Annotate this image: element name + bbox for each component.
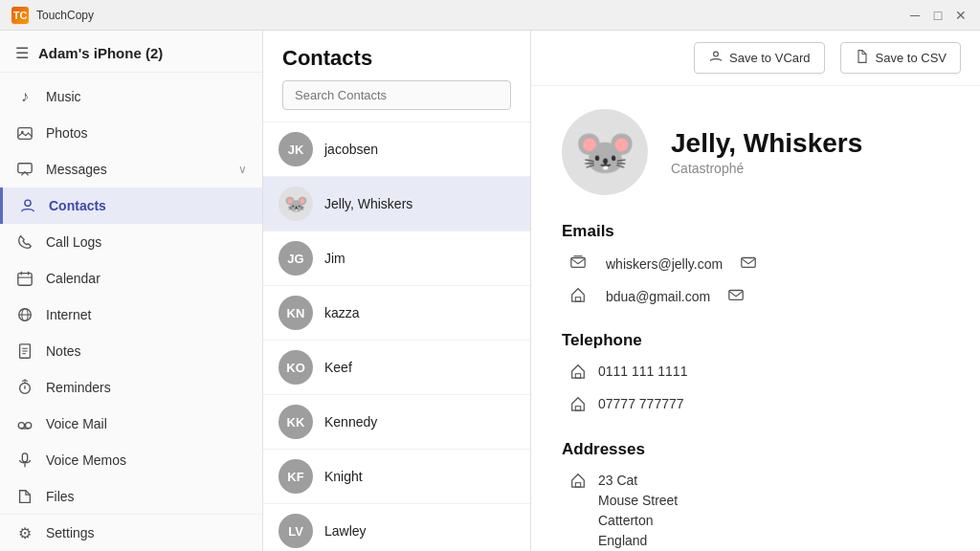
contact-hero: 🐭 Jelly, Whiskers Catastrophé — [562, 109, 949, 195]
svg-rect-0 — [18, 128, 32, 140]
list-item[interactable]: KO Keef — [263, 341, 530, 395]
close-button[interactable]: ✕ — [953, 8, 969, 23]
svg-point-3 — [25, 200, 31, 206]
mic-icon — [15, 451, 34, 470]
svg-rect-31 — [575, 483, 580, 488]
phone-row: 0111 111 1111 — [562, 362, 949, 385]
contact-name: kazza — [324, 305, 360, 320]
detail-content: 🐭 Jelly, Whiskers Catastrophé Emails whi… — [531, 86, 980, 551]
sidebar-item-internet[interactable]: Internet — [0, 297, 262, 333]
sidebar-item-label: Voice Memos — [46, 452, 247, 468]
avatar: KK — [278, 405, 313, 439]
list-item[interactable]: 🐭 Jelly, Whiskers — [263, 177, 530, 231]
addresses-title: Addresses — [562, 440, 949, 459]
svg-rect-30 — [575, 407, 580, 411]
save-csv-button[interactable]: Save to CSV — [840, 42, 961, 74]
sidebar-item-settings[interactable]: ⚙ Settings — [0, 514, 262, 551]
sidebar-nav: ♪ Music Photos Messages ∨ Conta — [0, 73, 262, 514]
hero-avatar: 🐭 — [562, 109, 648, 195]
contacts-header: Contacts — [263, 31, 530, 122]
maximize-button[interactable]: □ — [930, 8, 946, 23]
sidebar-item-music[interactable]: ♪ Music — [0, 78, 262, 115]
contact-name: jacobsen — [324, 142, 378, 157]
contact-name: Keef — [324, 360, 352, 375]
sidebar-item-messages[interactable]: Messages ∨ — [0, 151, 262, 187]
email-row: whiskers@jelly.com — [562, 253, 949, 276]
svg-point-23 — [714, 52, 719, 56]
avatar: KF — [278, 459, 313, 494]
sidebar-item-label: Contacts — [49, 198, 247, 213]
app-title: TouchCopy — [36, 9, 907, 22]
avatar: KN — [278, 296, 313, 330]
list-item[interactable]: KK Kennedy — [263, 395, 530, 450]
list-item[interactable]: KN kazza — [263, 286, 530, 341]
csv-icon — [855, 49, 870, 67]
contact-name: Knight — [324, 469, 363, 484]
contact-list: JK jacobsen 🐭 Jelly, Whiskers JG Jim KN … — [263, 122, 530, 551]
sidebar-item-reminders[interactable]: Reminders — [0, 369, 262, 406]
notes-icon — [15, 342, 34, 361]
address-row: 23 CatMouse StreetCattertonEnglandUnited… — [562, 471, 949, 551]
sidebar-item-photos[interactable]: Photos — [0, 115, 262, 151]
list-item[interactable]: JG Jim — [263, 231, 530, 286]
sidebar-item-voicememos[interactable]: Voice Memos — [0, 442, 262, 478]
chevron-down-icon: ∨ — [238, 163, 247, 176]
vcard-icon — [708, 49, 724, 67]
sidebar-item-label: Reminders — [46, 380, 247, 395]
addresses-section: Addresses 23 CatMouse StreetCattertonEng… — [562, 440, 949, 551]
list-item[interactable]: JK jacobsen — [263, 122, 530, 177]
save-vcard-label: Save to VCard — [729, 51, 811, 65]
save-vcard-button[interactable]: Save to VCard — [694, 42, 825, 74]
email-value: whiskers@jelly.com — [606, 254, 723, 275]
search-input[interactable] — [282, 80, 511, 110]
sidebar-item-label: Music — [46, 89, 247, 104]
hamburger-icon[interactable]: ☰ — [15, 44, 29, 62]
sidebar-item-call-logs[interactable]: Call Logs — [0, 224, 262, 260]
titlebar: TC TouchCopy ─ □ ✕ — [0, 0, 980, 31]
send-email-icon[interactable] — [727, 286, 745, 307]
emails-title: Emails — [562, 222, 949, 241]
contacts-icon — [18, 196, 37, 215]
phone-row: 07777 777777 — [562, 394, 949, 417]
reminders-icon — [15, 378, 34, 397]
avatar: 🐭 — [278, 187, 313, 221]
contact-name: Lawley — [324, 523, 367, 539]
sidebar-item-contacts[interactable]: Contacts — [0, 187, 262, 224]
list-item[interactable]: KF Knight — [263, 450, 530, 504]
settings-icon: ⚙ — [15, 523, 34, 542]
sidebar-item-calendar[interactable]: Calendar — [0, 260, 262, 297]
svg-rect-24 — [571, 258, 585, 268]
svg-rect-26 — [742, 258, 755, 268]
sidebar-item-label: Settings — [46, 525, 247, 540]
app-icon: TC — [11, 7, 29, 24]
sidebar-item-label: Messages — [46, 162, 227, 177]
sidebar-item-label: Notes — [46, 343, 247, 359]
telephone-title: Telephone — [562, 331, 949, 350]
phone-value: 0111 111 1111 — [598, 362, 687, 382]
send-email-icon[interactable] — [740, 253, 757, 275]
contact-name: Jelly, Whiskers — [324, 196, 412, 211]
messages-icon — [15, 160, 34, 179]
work-email-icon — [569, 253, 587, 276]
window-controls: ─ □ ✕ — [907, 8, 969, 23]
contact-list-panel: Contacts JK jacobsen 🐭 Jelly, Whiskers J… — [263, 31, 531, 551]
svg-point-18 — [18, 423, 24, 429]
phone-icon — [15, 232, 34, 252]
email-row: bdua@gmail.com — [562, 285, 949, 308]
svg-rect-28 — [729, 291, 743, 300]
svg-rect-29 — [575, 374, 580, 379]
sidebar-item-label: Files — [46, 489, 247, 504]
globe-icon — [15, 305, 34, 324]
minimize-button[interactable]: ─ — [907, 8, 923, 23]
device-name: Adam's iPhone (2) — [38, 45, 163, 61]
avatar: JK — [278, 132, 313, 166]
sidebar-item-files[interactable]: Files — [0, 478, 262, 514]
sidebar-header: ☰ Adam's iPhone (2) — [0, 31, 262, 73]
svg-point-19 — [25, 423, 31, 429]
hero-name: Jelly, Whiskers — [671, 128, 862, 159]
sidebar-item-notes[interactable]: Notes — [0, 333, 262, 369]
list-item[interactable]: LV Lawley — [263, 504, 530, 551]
photos-icon — [15, 123, 34, 143]
sidebar-item-voicemail[interactable]: Voice Mail — [0, 406, 262, 442]
detail-toolbar: Save to VCard Save to CSV — [531, 31, 980, 86]
